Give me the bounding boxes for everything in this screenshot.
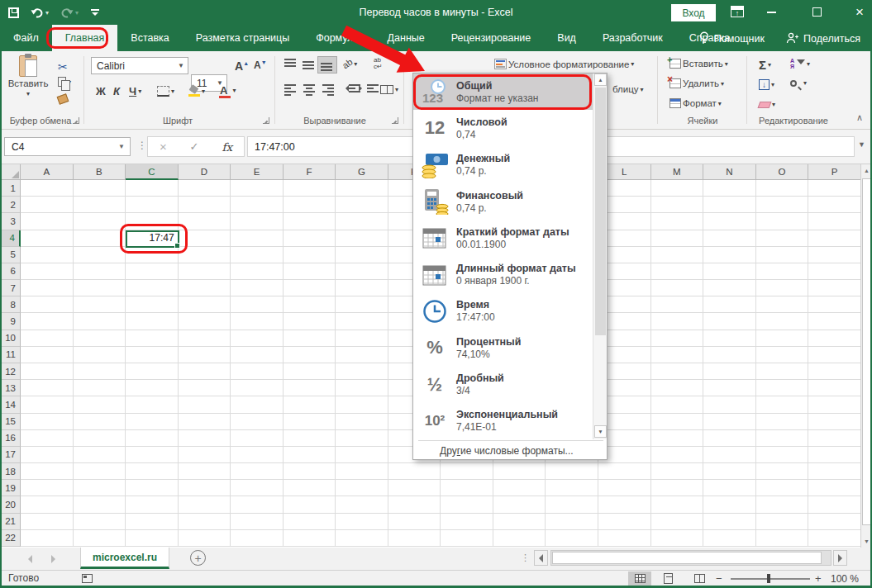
cell-D22[interactable] bbox=[179, 530, 231, 547]
previous-sheet-button[interactable] bbox=[28, 555, 32, 563]
format-option-Общий[interactable]: 123ОбщийФормат не указан bbox=[413, 74, 593, 110]
orientation-button[interactable]: ab▾ bbox=[339, 56, 360, 71]
cell-E6[interactable] bbox=[231, 263, 284, 280]
tab-Разметка страницы[interactable]: Разметка страницы bbox=[183, 25, 303, 51]
cell-F12[interactable] bbox=[284, 363, 336, 380]
horizontal-scroll-thumb[interactable] bbox=[552, 552, 822, 564]
cell-A9[interactable] bbox=[21, 313, 74, 330]
normal-view-button[interactable] bbox=[628, 571, 651, 586]
format-option-Экспоненциальный[interactable]: 10²Экспоненциальный7,41E-01 bbox=[413, 403, 593, 439]
sign-in-button[interactable]: Вход bbox=[671, 4, 716, 21]
cell-F4[interactable] bbox=[284, 230, 336, 247]
cell-B10[interactable] bbox=[74, 330, 126, 347]
cell-G2[interactable] bbox=[336, 197, 388, 213]
cell-D7[interactable] bbox=[179, 280, 231, 296]
cell-C11[interactable] bbox=[126, 347, 179, 363]
row-header-21[interactable]: 21 bbox=[0, 514, 21, 530]
cell-P11[interactable] bbox=[808, 347, 860, 363]
cell-C6[interactable] bbox=[126, 263, 179, 280]
cell-B14[interactable] bbox=[74, 396, 126, 413]
cell-N10[interactable] bbox=[703, 330, 756, 347]
cell-E7[interactable] bbox=[231, 280, 284, 296]
column-header-O[interactable]: O bbox=[756, 164, 809, 180]
cell-O16[interactable] bbox=[756, 430, 809, 447]
cell-A16[interactable] bbox=[21, 430, 74, 447]
cell-E12[interactable] bbox=[231, 363, 284, 380]
row-header-10[interactable]: 10 bbox=[0, 330, 21, 347]
cell-B15[interactable] bbox=[74, 414, 126, 430]
cell-H20[interactable] bbox=[388, 496, 441, 513]
cell-O13[interactable] bbox=[756, 380, 809, 396]
column-header-D[interactable]: D bbox=[179, 164, 231, 180]
cell-D5[interactable] bbox=[179, 247, 231, 263]
cell-A15[interactable] bbox=[21, 414, 74, 430]
cell-M3[interactable] bbox=[651, 213, 704, 230]
font-color-button[interactable]: А▾ bbox=[217, 83, 239, 97]
cell-B3[interactable] bbox=[74, 213, 126, 230]
cell-E4[interactable] bbox=[231, 230, 284, 247]
macro-record-icon[interactable] bbox=[82, 574, 93, 583]
align-top-button[interactable] bbox=[281, 56, 301, 74]
cell-N20[interactable] bbox=[703, 496, 756, 513]
underline-button[interactable]: Ч▾ bbox=[126, 83, 145, 100]
cell-D1[interactable] bbox=[179, 180, 231, 197]
fill-color-button[interactable]: ▾ bbox=[185, 83, 208, 99]
row-header-20[interactable]: 20 bbox=[0, 496, 21, 513]
cell-C14[interactable] bbox=[126, 396, 179, 413]
cell-O4[interactable] bbox=[756, 230, 809, 247]
cell-F8[interactable] bbox=[284, 296, 336, 313]
cell-H21[interactable] bbox=[388, 514, 441, 530]
cell-G7[interactable] bbox=[336, 280, 388, 296]
cell-L19[interactable] bbox=[598, 480, 651, 496]
cell-C5[interactable] bbox=[126, 247, 179, 263]
row-header-9[interactable]: 9 bbox=[0, 313, 21, 330]
cell-F18[interactable] bbox=[284, 463, 336, 480]
tab-Разработчик[interactable]: Разработчик bbox=[589, 25, 676, 51]
cell-E5[interactable] bbox=[231, 247, 284, 263]
cell-C18[interactable] bbox=[126, 463, 179, 480]
cell-N17[interactable] bbox=[703, 447, 756, 463]
cell-G18[interactable] bbox=[336, 463, 388, 480]
cell-C17[interactable] bbox=[126, 447, 179, 463]
align-left-button[interactable] bbox=[281, 82, 301, 98]
cell-C20[interactable] bbox=[126, 496, 179, 513]
cell-P4[interactable] bbox=[808, 230, 860, 247]
column-header-A[interactable]: A bbox=[21, 164, 74, 180]
page-layout-view-button[interactable] bbox=[656, 571, 679, 586]
cell-M14[interactable] bbox=[651, 396, 704, 413]
cell-B1[interactable] bbox=[74, 180, 126, 197]
clipboard-dialog-launcher[interactable] bbox=[73, 117, 79, 124]
cell-A22[interactable] bbox=[21, 530, 74, 547]
cell-O17[interactable] bbox=[756, 447, 809, 463]
cell-N16[interactable] bbox=[703, 430, 756, 447]
cell-M13[interactable] bbox=[651, 380, 704, 396]
cell-P17[interactable] bbox=[808, 447, 860, 463]
cell-E11[interactable] bbox=[231, 347, 284, 363]
cell-B4[interactable] bbox=[74, 230, 126, 247]
format-painter-button[interactable] bbox=[55, 92, 71, 106]
cell-L20[interactable] bbox=[598, 496, 651, 513]
cell-H18[interactable] bbox=[388, 463, 441, 480]
cell-M21[interactable] bbox=[651, 514, 704, 530]
select-all-corner[interactable] bbox=[0, 164, 21, 180]
cell-O9[interactable] bbox=[756, 313, 809, 330]
cell-E9[interactable] bbox=[231, 313, 284, 330]
cell-D16[interactable] bbox=[179, 430, 231, 447]
close-button[interactable]: × bbox=[850, 2, 870, 23]
cell-C13[interactable] bbox=[126, 380, 179, 396]
cell-K19[interactable] bbox=[546, 480, 598, 496]
cell-F14[interactable] bbox=[284, 396, 336, 413]
cell-C21[interactable] bbox=[126, 514, 179, 530]
cell-C7[interactable] bbox=[126, 280, 179, 296]
cell-A3[interactable] bbox=[21, 213, 74, 230]
cell-A8[interactable] bbox=[21, 296, 74, 313]
cell-M8[interactable] bbox=[651, 296, 704, 313]
tab-Вставка[interactable]: Вставка bbox=[117, 25, 182, 51]
cell-D10[interactable] bbox=[179, 330, 231, 347]
scroll-right-button[interactable] bbox=[833, 550, 847, 566]
cell-C10[interactable] bbox=[126, 330, 179, 347]
cell-N5[interactable] bbox=[703, 247, 756, 263]
cell-L22[interactable] bbox=[598, 530, 651, 547]
cell-F11[interactable] bbox=[284, 347, 336, 363]
tab-Формулы[interactable]: Формулы bbox=[303, 25, 374, 51]
